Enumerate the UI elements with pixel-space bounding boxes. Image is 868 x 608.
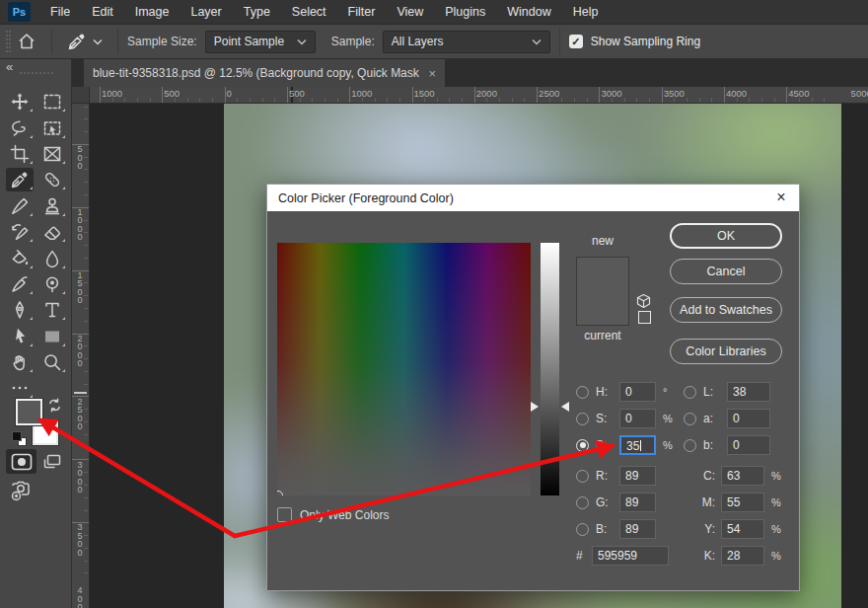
collapse-panel-icon[interactable]: « [6,59,13,74]
slider-marker-left[interactable] [531,402,539,412]
eyedropper-tool[interactable] [6,168,34,191]
menu-select[interactable]: Select [281,0,337,24]
yellow-input[interactable]: 54 [721,519,764,539]
frame-tool[interactable] [38,142,66,166]
lab-a-input[interactable]: 0 [727,409,770,428]
color-field-cursor[interactable] [277,491,283,495]
foreground-color-swatch[interactable] [16,399,42,425]
red-input[interactable]: 89 [619,466,656,486]
field-row-magenta: M: 55 % [686,493,781,512]
dialog-titlebar[interactable]: Color Picker (Foreground Color) × [267,185,799,211]
sample-dropdown[interactable]: All Layers [383,31,550,53]
shape-tool[interactable] [38,325,66,348]
magenta-input[interactable]: 55 [721,493,764,512]
default-colors-icon[interactable] [12,431,27,446]
lab-l-radio[interactable] [684,386,696,399]
paint-bucket-tool-icon [10,249,30,268]
lab-a-radio[interactable] [684,413,696,425]
menu-type[interactable]: Type [233,0,281,24]
vruler-label: 500 [76,145,84,171]
clone-stamp-tool[interactable] [38,194,66,218]
menu-filter[interactable]: Filter [337,0,387,24]
screen-mode-button[interactable] [41,452,62,476]
blur-tool[interactable] [38,247,66,270]
capture-in-app-button[interactable] [10,480,33,506]
brightness-label: B: [596,438,613,452]
menu-image[interactable]: Image [124,0,181,24]
brightness-input[interactable]: 35 [619,435,656,455]
lab-b-input[interactable]: 0 [727,435,770,455]
black-input[interactable]: 28 [721,546,764,566]
move-tool[interactable] [6,90,34,114]
cyan-input[interactable]: 63 [721,466,764,486]
crop-tool[interactable] [6,142,34,166]
brightness-radio[interactable] [576,439,589,452]
move-tool-icon [10,92,30,112]
zoom-tool[interactable] [38,350,66,374]
lab-l-input[interactable]: 38 [727,382,770,402]
current-color-swatch[interactable] [577,291,628,325]
only-web-colors-checkbox[interactable] [277,507,292,522]
ok-button[interactable]: OK [670,223,782,249]
lab-b-radio[interactable] [684,439,696,452]
swap-colors-icon[interactable] [46,397,63,418]
document-tab[interactable]: blue-tit-9358318.psd @ 12.5% (Background… [84,59,445,87]
chevron-down-icon [297,38,307,45]
field-row-black: K: 28 % [686,546,781,566]
history-brush-tool[interactable] [6,220,34,244]
menu-layer[interactable]: Layer [180,0,232,24]
show-sampling-ring-checkbox[interactable]: ✓ [569,35,583,48]
eraser-tool[interactable] [38,220,66,244]
hex-input[interactable]: 595959 [592,546,669,566]
saturation-hue-field[interactable] [277,243,531,495]
slider-marker-right[interactable] [561,402,569,412]
hue-input[interactable]: 0 [619,382,656,402]
cancel-button[interactable]: Cancel [670,259,782,284]
dodge-tool[interactable] [38,272,66,296]
menu-file[interactable]: File [39,0,81,24]
dialog-close-icon[interactable]: × [763,185,799,211]
color-libraries-button[interactable]: Color Libraries [670,339,782,364]
menu-plugins[interactable]: Plugins [434,0,496,24]
menu-view[interactable]: View [386,0,434,24]
marquee-tool[interactable] [38,90,66,114]
tab-close-icon[interactable]: × [428,66,436,81]
quick-mask-button[interactable] [6,449,36,474]
paint-bucket-tool[interactable] [6,247,34,270]
home-button[interactable] [11,27,42,56]
lasso-tool[interactable] [6,116,34,140]
smudge-tool-icon [10,274,30,294]
eyedropper-preset-button[interactable] [61,27,108,56]
add-to-swatches-button[interactable]: Add to Swatches [670,297,782,323]
object-selection-tool[interactable] [38,116,66,140]
path-selection-tool[interactable] [6,325,34,348]
menu-window[interactable]: Window [496,0,561,24]
color-picker-dialog: Color Picker (Foreground Color) × new cu… [266,184,800,591]
lab-b-label: b: [703,438,720,452]
web-safe-color-swatch[interactable] [638,311,651,324]
quick-mask-icon [11,453,33,471]
brush-tool[interactable] [6,194,34,218]
hue-radio[interactable] [576,386,589,399]
sample-size-dropdown[interactable]: Point Sample [205,31,316,53]
red-radio[interactable] [576,470,589,483]
pen-tool[interactable] [6,298,34,322]
panel-grip[interactable] [20,72,53,75]
blue-radio[interactable] [576,523,589,536]
menu-edit[interactable]: Edit [81,0,124,24]
type-tool[interactable] [38,298,66,322]
new-color-swatch [577,258,628,291]
smudge-tool[interactable] [6,272,34,296]
green-radio[interactable] [576,496,589,509]
green-input[interactable]: 89 [619,493,656,512]
edit-toolbar[interactable] [6,376,34,400]
healing-brush-tool[interactable] [38,168,66,191]
web-color-warning-cube-icon[interactable] [636,293,651,313]
hand-tool[interactable] [6,350,34,374]
brightness-slider[interactable] [541,243,559,495]
menu-help[interactable]: Help [562,0,610,24]
saturation-input[interactable]: 0 [619,409,656,428]
blue-input[interactable]: 89 [619,519,656,539]
brush-tool-icon [10,196,30,216]
saturation-radio[interactable] [576,413,589,425]
